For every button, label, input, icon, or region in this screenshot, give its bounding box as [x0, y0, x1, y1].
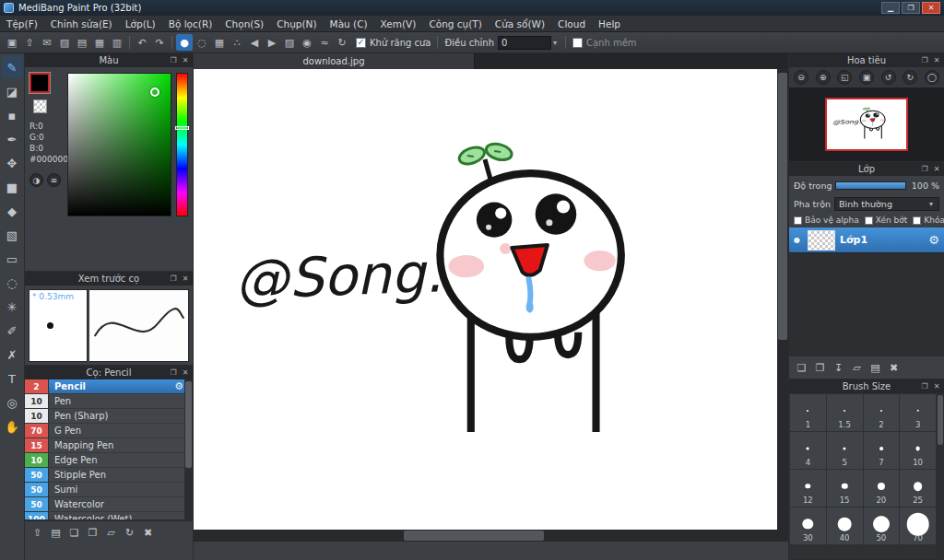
float-panel-icon[interactable]: ❐	[919, 164, 930, 175]
brush-list-scrollbar[interactable]	[184, 379, 193, 519]
brush-row-g-pen[interactable]: 70G Pen	[25, 424, 193, 438]
layer-row-lop1[interactable]: ● Lớp1 ⚙	[789, 228, 944, 253]
fill-shape-tool-icon[interactable]: ■	[2, 176, 23, 198]
brush-size-25[interactable]: 25	[900, 470, 936, 507]
close-panel-icon[interactable]: ✕	[180, 55, 191, 66]
add-layer-icon[interactable]: ❏	[794, 360, 809, 376]
upload-icon[interactable]: ⇧	[21, 34, 38, 51]
brush-row-watercolor-wet[interactable]: 100Watercolor (Wet)	[25, 512, 193, 519]
horizontal-scrollbar-thumb[interactable]	[404, 531, 544, 541]
blend-mode-select[interactable]: Bình thường ▾	[834, 197, 939, 211]
layer-folder-icon[interactable]: ▱	[849, 360, 865, 376]
grid-view-icon[interactable]: ▦	[91, 34, 108, 51]
actual-size-icon[interactable]: ▣	[859, 70, 874, 85]
zoom-out-icon[interactable]: ⊖	[794, 70, 808, 85]
bucket-tool-icon[interactable]: ◆	[2, 200, 23, 222]
protect-alpha-checkbox[interactable]	[794, 216, 802, 225]
brush-row-pencil[interactable]: 2Pencil⚙	[25, 379, 193, 394]
close-panel-icon[interactable]: ✕	[931, 381, 942, 392]
soft-brush-icon[interactable]: ◌	[194, 34, 210, 51]
brush-size-scrollbar[interactable]	[937, 393, 944, 559]
protect-alpha-option[interactable]: Bảo vệ alpha	[794, 216, 859, 225]
gradient-tool-icon[interactable]: ▧	[2, 224, 23, 246]
brush-row-mapping-pen[interactable]: 15Mapping Pen	[25, 438, 193, 453]
brush-size-40[interactable]: 40	[827, 508, 863, 544]
brush-size-5[interactable]: 5	[827, 432, 863, 469]
finger-tool-icon[interactable]: ✒	[2, 128, 23, 150]
brush-row-pen[interactable]: 10Pen	[25, 394, 193, 409]
float-panel-icon[interactable]: ❐	[168, 274, 179, 285]
redo-icon[interactable]: ↷	[151, 34, 168, 51]
brush-size-50[interactable]: 50	[864, 508, 900, 544]
float-panel-icon[interactable]: ❐	[168, 368, 179, 379]
menu-item-3[interactable]: Bộ lọc(R)	[162, 16, 219, 31]
delete-layer-icon[interactable]: ✖	[886, 360, 902, 376]
wave-brush-icon[interactable]: ≈	[316, 34, 333, 51]
merge-layer-icon[interactable]: ↧	[831, 360, 846, 376]
brush-list-scrollbar-thumb[interactable]	[185, 381, 192, 468]
upload-brush-icon[interactable]: ⇧	[30, 525, 45, 541]
drawing-canvas[interactable]: @Song.	[194, 69, 777, 530]
float-panel-icon[interactable]: ❐	[168, 55, 179, 66]
select-tool-icon[interactable]: ▭	[2, 248, 23, 270]
brush-size-7[interactable]: 7	[864, 432, 900, 469]
brush-size-2[interactable]: 2	[864, 394, 900, 431]
hand-tool-icon[interactable]: ✋	[2, 415, 23, 438]
document-icon[interactable]: ▤	[74, 34, 90, 51]
antialias-checkbox[interactable]: ✓	[356, 38, 366, 48]
brush-size-15[interactable]: 15	[827, 470, 863, 507]
dropdown-arrow-icon[interactable]: ▾	[551, 39, 559, 47]
magic-wand-tool-icon[interactable]: ✳	[2, 296, 23, 318]
navigator-preview-area[interactable]	[789, 88, 944, 161]
eyedropper-tool-icon[interactable]: ◎	[2, 391, 23, 414]
soft-edge-checkbox[interactable]	[572, 38, 583, 48]
hatch-brush-icon[interactable]: ▨	[281, 34, 298, 51]
close-button[interactable]: ✕	[922, 2, 940, 14]
rotate-left-icon[interactable]: ↺	[881, 70, 896, 85]
comment-icon[interactable]: ✉	[39, 34, 55, 51]
close-panel-icon[interactable]: ✕	[180, 368, 191, 379]
brush-size-12[interactable]: 12	[790, 470, 826, 507]
brush-size-3[interactable]: 3	[900, 394, 936, 431]
move-tool-icon[interactable]: ✥	[2, 152, 23, 174]
select-eraser-tool-icon[interactable]: ✗	[2, 344, 23, 366]
lock-option[interactable]: Khóa	[913, 216, 944, 225]
opacity-slider[interactable]	[835, 181, 906, 190]
menu-item-7[interactable]: Xem(V)	[374, 16, 423, 31]
save-icon[interactable]: ▣	[4, 34, 20, 51]
close-panel-icon[interactable]: ✕	[931, 55, 942, 66]
layout-icon[interactable]: ▥	[109, 34, 125, 51]
zoom-in-icon[interactable]: ⊕	[816, 70, 831, 85]
menu-item-8[interactable]: Công cụ(T)	[422, 16, 488, 31]
close-panel-icon[interactable]: ✕	[180, 274, 191, 285]
target-brush-icon[interactable]: ◉	[299, 34, 315, 51]
clipping-checkbox[interactable]	[865, 216, 873, 225]
brush-row-pen-sharp[interactable]: 10Pen (Sharp)	[25, 409, 193, 424]
vertical-scrollbar[interactable]	[777, 69, 788, 530]
sync-brushes-icon[interactable]: ↻	[122, 525, 137, 541]
image-icon[interactable]: ▨	[56, 34, 73, 51]
minimize-button[interactable]: ▁	[881, 2, 900, 14]
fit-window-icon[interactable]: ◱	[837, 70, 852, 85]
brush-size-30[interactable]: 30	[790, 508, 826, 544]
foreground-color-swatch[interactable]	[30, 73, 50, 93]
layer-visibility-dot[interactable]: ●	[794, 236, 803, 244]
saturation-value-picker[interactable]	[67, 73, 171, 216]
rotate-right-icon[interactable]: ↻	[903, 70, 917, 85]
lock-checkbox[interactable]	[913, 216, 921, 225]
adjust-input[interactable]	[498, 36, 551, 50]
grid-brush-icon[interactable]: ▦	[211, 34, 228, 51]
menu-item-1[interactable]: Chỉnh sửa(E)	[44, 16, 119, 31]
color-wheel-icon[interactable]: ◑	[30, 173, 43, 187]
rotate-brush-icon[interactable]: ↻	[334, 34, 350, 51]
brush-menu-icon[interactable]: ▤	[48, 525, 64, 541]
eraser-tool-icon[interactable]: ◪	[2, 80, 23, 102]
brush-row-stipple-pen[interactable]: 50Stipple Pen	[25, 468, 193, 483]
delete-brush-icon[interactable]: ✖	[140, 525, 156, 541]
brush-size-20[interactable]: 20	[864, 470, 900, 507]
duplicate-brush-icon[interactable]: ❐	[85, 525, 100, 541]
hue-slider[interactable]	[176, 73, 188, 216]
undo-icon[interactable]: ↶	[134, 34, 150, 51]
color-sliders-icon[interactable]: ≡	[47, 173, 61, 187]
brush-size-70[interactable]: 70	[900, 508, 936, 544]
